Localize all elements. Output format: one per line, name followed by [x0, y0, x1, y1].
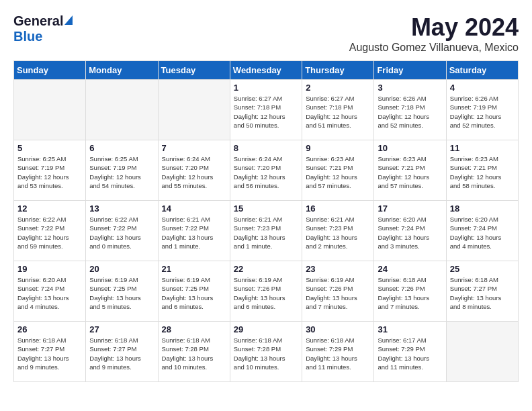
- day-number: 15: [234, 203, 298, 214]
- calendar-cell: 9Sunrise: 6:23 AM Sunset: 7:21 PM Daylig…: [302, 140, 374, 201]
- calendar-cell: 19Sunrise: 6:20 AM Sunset: 7:24 PM Dayli…: [14, 261, 86, 322]
- header-saturday: Saturday: [446, 61, 518, 80]
- day-number: 19: [17, 264, 82, 274]
- day-number: 2: [306, 83, 370, 93]
- day-info: Sunrise: 6:20 AM Sunset: 7:24 PM Dayligh…: [378, 215, 442, 250]
- week-row-4: 26Sunrise: 6:18 AM Sunset: 7:27 PM Dayli…: [14, 322, 519, 382]
- day-number: 9: [306, 143, 370, 153]
- header-wednesday: Wednesday: [230, 61, 302, 80]
- day-info: Sunrise: 6:23 AM Sunset: 7:21 PM Dayligh…: [306, 154, 370, 190]
- day-info: Sunrise: 6:25 AM Sunset: 7:19 PM Dayligh…: [89, 154, 154, 190]
- day-number: 29: [234, 324, 298, 334]
- day-number: 6: [89, 143, 154, 153]
- header-thursday: Thursday: [302, 61, 374, 80]
- day-number: 7: [162, 143, 226, 153]
- calendar-cell: 25Sunrise: 6:18 AM Sunset: 7:27 PM Dayli…: [446, 261, 518, 322]
- calendar-cell: [86, 80, 158, 140]
- logo: General Blue: [13, 13, 73, 44]
- day-number: 1: [234, 83, 298, 93]
- calendar-cell: 18Sunrise: 6:20 AM Sunset: 7:24 PM Dayli…: [446, 201, 518, 261]
- calendar-cell: 13Sunrise: 6:22 AM Sunset: 7:22 PM Dayli…: [86, 201, 158, 261]
- logo-general: General: [13, 13, 63, 29]
- calendar-cell: 1Sunrise: 6:27 AM Sunset: 7:18 PM Daylig…: [230, 80, 302, 140]
- day-info: Sunrise: 6:18 AM Sunset: 7:27 PM Dayligh…: [450, 275, 515, 311]
- calendar-cell: 28Sunrise: 6:18 AM Sunset: 7:28 PM Dayli…: [158, 322, 230, 382]
- day-number: 27: [89, 324, 154, 334]
- header-friday: Friday: [374, 61, 446, 80]
- calendar-cell: [158, 80, 230, 140]
- logo-blue: Blue: [13, 29, 42, 44]
- calendar-cell: 24Sunrise: 6:18 AM Sunset: 7:26 PM Dayli…: [374, 261, 446, 322]
- day-number: 21: [162, 264, 226, 274]
- day-number: 11: [450, 143, 515, 153]
- day-info: Sunrise: 6:23 AM Sunset: 7:21 PM Dayligh…: [450, 154, 515, 190]
- calendar-cell: 8Sunrise: 6:24 AM Sunset: 7:20 PM Daylig…: [230, 140, 302, 201]
- day-info: Sunrise: 6:24 AM Sunset: 7:20 PM Dayligh…: [162, 154, 226, 190]
- calendar-cell: 17Sunrise: 6:20 AM Sunset: 7:24 PM Dayli…: [374, 201, 446, 261]
- calendar-cell: 15Sunrise: 6:21 AM Sunset: 7:23 PM Dayli…: [230, 201, 302, 261]
- calendar-cell: 16Sunrise: 6:21 AM Sunset: 7:23 PM Dayli…: [302, 201, 374, 261]
- calendar-cell: 2Sunrise: 6:27 AM Sunset: 7:18 PM Daylig…: [302, 80, 374, 140]
- header-sunday: Sunday: [14, 61, 86, 80]
- day-number: 13: [89, 203, 154, 214]
- day-info: Sunrise: 6:21 AM Sunset: 7:22 PM Dayligh…: [162, 215, 226, 250]
- day-info: Sunrise: 6:23 AM Sunset: 7:21 PM Dayligh…: [378, 154, 442, 190]
- day-number: 28: [162, 324, 226, 334]
- day-info: Sunrise: 6:21 AM Sunset: 7:23 PM Dayligh…: [306, 215, 370, 250]
- calendar-cell: 23Sunrise: 6:19 AM Sunset: 7:26 PM Dayli…: [302, 261, 374, 322]
- day-info: Sunrise: 6:18 AM Sunset: 7:28 PM Dayligh…: [234, 336, 298, 371]
- day-number: 3: [378, 83, 442, 93]
- calendar-cell: 29Sunrise: 6:18 AM Sunset: 7:28 PM Dayli…: [230, 322, 302, 382]
- title-section: May 2024 Augusto Gomez Villanueva, Mexic…: [349, 13, 519, 54]
- day-number: 26: [17, 324, 82, 334]
- day-info: Sunrise: 6:19 AM Sunset: 7:25 PM Dayligh…: [162, 275, 226, 311]
- day-info: Sunrise: 6:24 AM Sunset: 7:20 PM Dayligh…: [234, 154, 298, 190]
- day-number: 10: [378, 143, 442, 153]
- day-info: Sunrise: 6:26 AM Sunset: 7:18 PM Dayligh…: [378, 94, 442, 130]
- header-row: SundayMondayTuesdayWednesdayThursdayFrid…: [14, 61, 519, 80]
- calendar-cell: 30Sunrise: 6:18 AM Sunset: 7:29 PM Dayli…: [302, 322, 374, 382]
- day-info: Sunrise: 6:18 AM Sunset: 7:27 PM Dayligh…: [89, 336, 154, 371]
- week-row-3: 19Sunrise: 6:20 AM Sunset: 7:24 PM Dayli…: [14, 261, 519, 322]
- calendar-cell: 21Sunrise: 6:19 AM Sunset: 7:25 PM Dayli…: [158, 261, 230, 322]
- day-number: 16: [306, 203, 370, 214]
- day-info: Sunrise: 6:27 AM Sunset: 7:18 PM Dayligh…: [234, 94, 298, 130]
- day-number: 17: [378, 203, 442, 214]
- calendar-cell: 31Sunrise: 6:17 AM Sunset: 7:29 PM Dayli…: [374, 322, 446, 382]
- calendar-cell: 12Sunrise: 6:22 AM Sunset: 7:22 PM Dayli…: [14, 201, 86, 261]
- day-info: Sunrise: 6:21 AM Sunset: 7:23 PM Dayligh…: [234, 215, 298, 250]
- location-title: Augusto Gomez Villanueva, Mexico: [349, 42, 519, 54]
- day-number: 5: [17, 143, 82, 153]
- day-info: Sunrise: 6:18 AM Sunset: 7:27 PM Dayligh…: [17, 336, 82, 371]
- calendar-cell: 4Sunrise: 6:26 AM Sunset: 7:19 PM Daylig…: [446, 80, 518, 140]
- day-number: 31: [378, 324, 442, 334]
- day-info: Sunrise: 6:17 AM Sunset: 7:29 PM Dayligh…: [378, 336, 442, 371]
- day-info: Sunrise: 6:20 AM Sunset: 7:24 PM Dayligh…: [450, 215, 515, 250]
- calendar-cell: 22Sunrise: 6:19 AM Sunset: 7:26 PM Dayli…: [230, 261, 302, 322]
- calendar-cell: 7Sunrise: 6:24 AM Sunset: 7:20 PM Daylig…: [158, 140, 230, 201]
- week-row-2: 12Sunrise: 6:22 AM Sunset: 7:22 PM Dayli…: [14, 201, 519, 261]
- calendar-cell: 14Sunrise: 6:21 AM Sunset: 7:22 PM Dayli…: [158, 201, 230, 261]
- day-info: Sunrise: 6:25 AM Sunset: 7:19 PM Dayligh…: [17, 154, 82, 190]
- month-title: May 2024: [349, 13, 519, 42]
- calendar-cell: 10Sunrise: 6:23 AM Sunset: 7:21 PM Dayli…: [374, 140, 446, 201]
- day-number: 25: [450, 264, 515, 274]
- day-info: Sunrise: 6:19 AM Sunset: 7:26 PM Dayligh…: [234, 275, 298, 311]
- day-info: Sunrise: 6:22 AM Sunset: 7:22 PM Dayligh…: [17, 215, 82, 250]
- day-info: Sunrise: 6:22 AM Sunset: 7:22 PM Dayligh…: [89, 215, 154, 250]
- week-row-0: 1Sunrise: 6:27 AM Sunset: 7:18 PM Daylig…: [14, 80, 519, 140]
- calendar-table: SundayMondayTuesdayWednesdayThursdayFrid…: [13, 60, 519, 382]
- header-tuesday: Tuesday: [158, 61, 230, 80]
- day-info: Sunrise: 6:18 AM Sunset: 7:29 PM Dayligh…: [306, 336, 370, 371]
- calendar-cell: 27Sunrise: 6:18 AM Sunset: 7:27 PM Dayli…: [86, 322, 158, 382]
- calendar-cell: 5Sunrise: 6:25 AM Sunset: 7:19 PM Daylig…: [14, 140, 86, 201]
- day-info: Sunrise: 6:26 AM Sunset: 7:19 PM Dayligh…: [450, 94, 515, 130]
- day-info: Sunrise: 6:19 AM Sunset: 7:25 PM Dayligh…: [89, 275, 154, 311]
- logo-arrow-icon: [64, 15, 73, 25]
- calendar-cell: 3Sunrise: 6:26 AM Sunset: 7:18 PM Daylig…: [374, 80, 446, 140]
- calendar-cell: 11Sunrise: 6:23 AM Sunset: 7:21 PM Dayli…: [446, 140, 518, 201]
- day-number: 12: [17, 203, 82, 214]
- page-header: General Blue May 2024 Augusto Gomez Vill…: [13, 13, 519, 54]
- day-number: 14: [162, 203, 226, 214]
- day-info: Sunrise: 6:27 AM Sunset: 7:18 PM Dayligh…: [306, 94, 370, 130]
